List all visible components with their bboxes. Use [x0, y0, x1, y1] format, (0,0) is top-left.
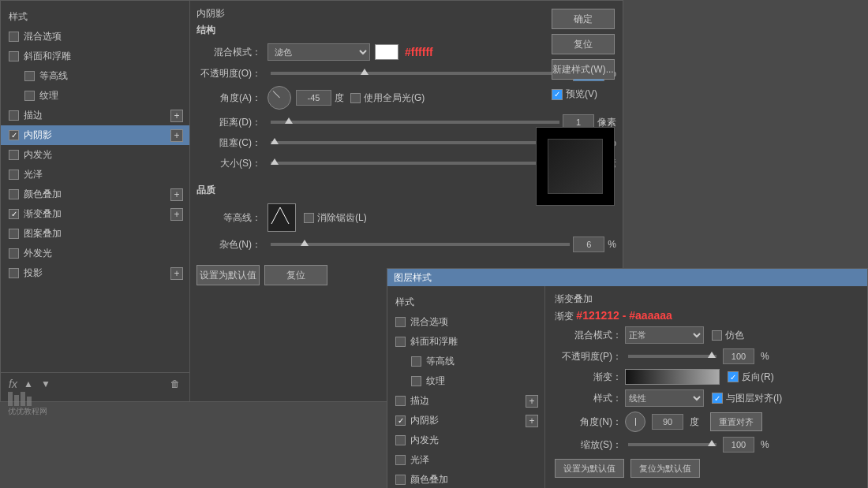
- add-color-overlay-btn[interactable]: +: [170, 188, 183, 201]
- noise-slider-thumb[interactable]: [301, 240, 309, 246]
- checkbox-satin[interactable]: [9, 169, 19, 180]
- second-cb-inner-shadow[interactable]: [395, 415, 406, 426]
- second-item-texture[interactable]: 纹理: [387, 371, 544, 391]
- style-item-contour[interactable]: 等高线: [1, 66, 189, 86]
- scale-thumb[interactable]: [708, 440, 716, 446]
- angle-input[interactable]: [296, 90, 331, 106]
- checkbox-gradient-overlay[interactable]: [9, 209, 19, 219]
- second-blend-select[interactable]: 正常: [625, 326, 704, 344]
- second-cb-contour[interactable]: [411, 356, 421, 367]
- dither-checkbox[interactable]: [712, 330, 722, 341]
- distance-slider-thumb[interactable]: [285, 117, 293, 124]
- second-add-stroke-btn[interactable]: +: [526, 395, 538, 408]
- second-add-inner-shadow-btn[interactable]: +: [526, 415, 538, 427]
- dither-check[interactable]: 仿色: [712, 329, 744, 342]
- scale-input[interactable]: [723, 437, 754, 453]
- blend-mode-select[interactable]: 滤色: [268, 43, 370, 61]
- second-item-contour[interactable]: 等高线: [387, 352, 544, 371]
- checkbox-inner-glow[interactable]: [9, 150, 19, 160]
- opacity-slider-thumb[interactable]: [361, 69, 369, 75]
- second-cb-stroke[interactable]: [395, 396, 406, 406]
- style-item-satin[interactable]: 光泽: [1, 165, 189, 184]
- add-stroke-btn[interactable]: +: [170, 110, 183, 122]
- checkbox-blend[interactable]: [9, 32, 19, 42]
- reverse-checkbox[interactable]: ✓: [728, 371, 739, 382]
- second-cb-texture[interactable]: [411, 376, 421, 386]
- second-cb-satin[interactable]: [395, 455, 406, 465]
- second-cb-inner-glow[interactable]: [395, 435, 406, 445]
- gradient-swatch[interactable]: [625, 369, 720, 385]
- second-opacity-track[interactable]: [628, 355, 716, 358]
- contour-preview[interactable]: [268, 203, 296, 232]
- second-item-color-overlay[interactable]: 颜色叠加: [387, 470, 544, 488]
- style-select[interactable]: 线性: [625, 389, 704, 407]
- distance-slider-track[interactable]: [271, 121, 559, 124]
- second-opacity-input[interactable]: [723, 348, 754, 364]
- style-item-inner-glow[interactable]: 内发光: [1, 145, 189, 165]
- choke-slider-track[interactable]: [271, 141, 570, 144]
- size-slider-thumb[interactable]: [271, 158, 279, 165]
- use-global-checkbox[interactable]: [350, 93, 361, 103]
- color-swatch[interactable]: [375, 44, 398, 60]
- style-item-bevel[interactable]: 斜面和浮雕: [1, 47, 189, 66]
- move-up-btn[interactable]: ▲: [22, 378, 35, 390]
- antialias-checkbox[interactable]: [304, 213, 314, 223]
- checkbox-texture[interactable]: [24, 91, 35, 101]
- style-item-texture[interactable]: 纹理: [1, 86, 189, 106]
- second-item-blend[interactable]: 混合选项: [387, 312, 544, 332]
- new-style-btn[interactable]: 新建样式(W)...: [552, 59, 615, 80]
- preview-checkbox[interactable]: ✓: [552, 89, 563, 100]
- ok-btn[interactable]: 确定: [552, 9, 615, 29]
- checkbox-outer-glow[interactable]: [9, 248, 19, 259]
- style-item-color-overlay[interactable]: 颜色叠加 +: [1, 184, 189, 204]
- checkbox-pattern-overlay[interactable]: [9, 229, 19, 239]
- second-opacity-thumb[interactable]: [708, 352, 716, 358]
- antialias-check[interactable]: 消除锯齿(L): [304, 211, 367, 225]
- second-angle-input[interactable]: [652, 414, 683, 430]
- opacity-slider-track[interactable]: [271, 72, 570, 75]
- second-cb-bevel[interactable]: [395, 337, 406, 347]
- angle-widget[interactable]: [268, 86, 291, 110]
- reset-align-btn[interactable]: 重置对齐: [710, 412, 762, 431]
- style-item-gradient-overlay[interactable]: 渐变叠加 +: [1, 204, 189, 224]
- second-angle-widget[interactable]: [625, 412, 645, 432]
- reverse-check[interactable]: ✓ 反向(R): [728, 371, 774, 384]
- reset-btn[interactable]: 复位: [264, 265, 327, 285]
- align-check[interactable]: ✓ 与图层对齐(I): [712, 392, 782, 405]
- style-item-pattern-overlay[interactable]: 图案叠加: [1, 224, 189, 244]
- second-item-satin[interactable]: 光泽: [387, 450, 544, 470]
- reset-dialog-btn[interactable]: 复位: [552, 34, 615, 54]
- move-down-btn[interactable]: ▼: [39, 378, 52, 390]
- second-item-inner-glow[interactable]: 内发光: [387, 430, 544, 450]
- style-item-inner-shadow[interactable]: 内阴影 +: [1, 125, 189, 145]
- preview-check[interactable]: ✓ 预览(V): [552, 88, 615, 101]
- second-item-stroke[interactable]: 描边 +: [387, 391, 544, 411]
- second-cb-blend[interactable]: [395, 317, 406, 327]
- add-drop-shadow-btn[interactable]: +: [170, 267, 183, 280]
- use-global-check[interactable]: 使用全局光(G): [350, 91, 425, 105]
- scale-track[interactable]: [628, 443, 716, 446]
- checkbox-contour[interactable]: [24, 71, 35, 81]
- second-cb-color-overlay[interactable]: [395, 475, 406, 485]
- style-item-outer-glow[interactable]: 外发光: [1, 244, 189, 263]
- add-inner-shadow-btn[interactable]: +: [170, 129, 183, 142]
- checkbox-color-overlay[interactable]: [9, 189, 19, 199]
- second-reset-btn[interactable]: 复位为默认值: [630, 459, 700, 478]
- checkbox-drop-shadow[interactable]: [9, 268, 19, 278]
- align-checkbox[interactable]: ✓: [712, 393, 723, 404]
- delete-style-btn[interactable]: 🗑: [169, 378, 181, 390]
- noise-input[interactable]: [573, 237, 604, 252]
- style-item-drop-shadow[interactable]: 投影 +: [1, 263, 189, 283]
- set-default-btn[interactable]: 设置为默认值: [196, 265, 260, 285]
- style-item-stroke[interactable]: 描边 +: [1, 106, 189, 125]
- add-gradient-overlay-btn[interactable]: +: [170, 208, 183, 221]
- size-slider-track[interactable]: [271, 162, 559, 165]
- choke-slider-thumb[interactable]: [271, 138, 279, 144]
- checkbox-inner-shadow[interactable]: [9, 130, 19, 140]
- checkbox-bevel[interactable]: [9, 51, 19, 61]
- second-item-inner-shadow[interactable]: 内阴影 +: [387, 411, 544, 430]
- style-item-blend[interactable]: 混合选项: [1, 27, 189, 47]
- noise-slider-track[interactable]: [271, 243, 570, 246]
- second-item-bevel[interactable]: 斜面和浮雕: [387, 332, 544, 352]
- second-set-default-btn[interactable]: 设置为默认值: [555, 459, 624, 478]
